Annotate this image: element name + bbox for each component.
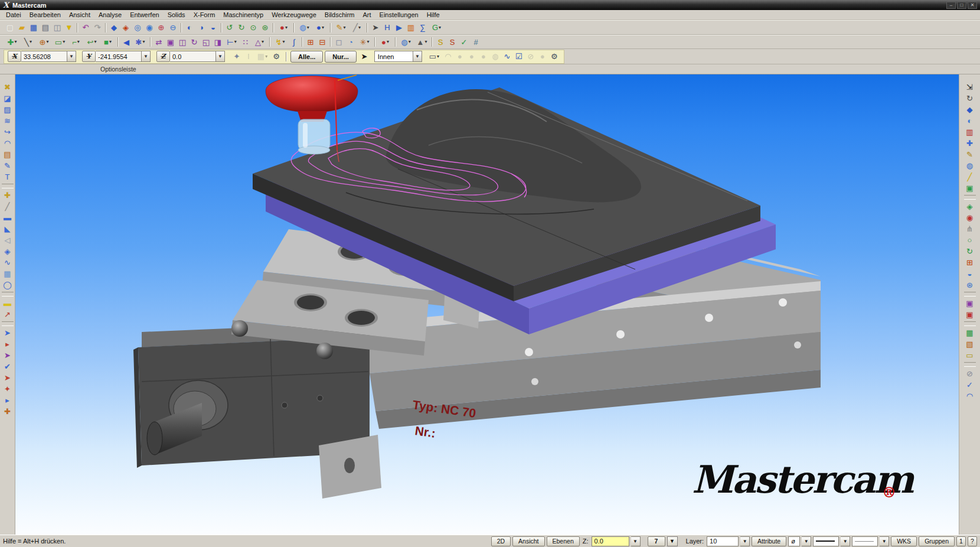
pencil-icon[interactable]: ╱▾ <box>349 22 365 33</box>
close-button[interactable]: ✕ <box>968 2 977 9</box>
attributes-button[interactable]: Attribute <box>752 536 786 546</box>
create-chamfer-icon[interactable]: ↩▾ <box>84 37 100 48</box>
tool-settings-icon[interactable]: ◉ <box>963 212 976 223</box>
menu-analyse[interactable]: Analyse <box>94 11 126 19</box>
curve-flow-icon[interactable]: ∫ <box>288 37 300 48</box>
dropdown-arrow-icon[interactable]: ▾ <box>30 40 32 44</box>
stock-bar-icon[interactable]: ▭ <box>963 350 976 361</box>
file-merge-icon[interactable]: ▼ <box>63 22 75 33</box>
open-file-icon[interactable]: ▰ <box>16 22 28 33</box>
depth-lock-icon[interactable]: Ι <box>243 51 254 62</box>
dropdown-arrow-icon[interactable]: ▾ <box>322 25 324 30</box>
select-window-icon[interactable]: ▭▾ <box>426 51 442 62</box>
dropdown-arrow-icon[interactable]: ▾ <box>367 40 369 44</box>
block-tool-icon[interactable]: ◈ <box>1 246 14 257</box>
operations-icon[interactable]: ▲▾ <box>414 37 430 48</box>
new-file-icon[interactable]: ▢ <box>4 22 16 33</box>
menu-maschinentyp[interactable]: Maschinentyp <box>219 11 267 19</box>
dropdown-arrow-icon[interactable]: ▾ <box>437 54 439 59</box>
plane-3d-icon[interactable]: ◠ <box>1 138 14 149</box>
menu-entwerfen[interactable]: Entwerfen <box>126 11 164 19</box>
xform-offset-icon[interactable]: ◨ <box>212 37 224 48</box>
xform-trim-icon[interactable]: ⊢▾ <box>224 37 240 48</box>
shade-sphere-icon[interactable]: ◒ <box>963 268 976 279</box>
selection-mode-select[interactable]: Innen ▼ <box>374 51 422 62</box>
dropdown-arrow-icon[interactable]: ▾ <box>285 25 288 30</box>
dropdown-arrow-icon[interactable]: ▾ <box>409 40 411 44</box>
status-counter-1[interactable]: 1 <box>956 536 966 546</box>
curve-tool-2-icon[interactable]: ▸ <box>1 338 14 350</box>
line-tool-icon[interactable]: ▬ <box>1 212 14 223</box>
create-rectangle-icon[interactable]: ▭▾ <box>52 37 68 48</box>
color-dropdown[interactable]: ▼ <box>667 536 678 546</box>
z-depth-input[interactable]: 0.0 <box>592 536 629 546</box>
dynamic-pan-icon[interactable]: ◑ <box>195 22 207 33</box>
dropdown-arrow-icon[interactable]: ▾ <box>46 40 48 44</box>
print-preview-icon[interactable]: ◫ <box>51 22 63 33</box>
dynamic-zoom-icon[interactable]: ◒ <box>207 22 219 33</box>
create-point-icon[interactable]: ✚▾ <box>4 37 20 48</box>
dropdown-arrow-icon[interactable]: ▾ <box>262 40 264 44</box>
triangle-tool-icon[interactable]: ◣ <box>1 223 14 235</box>
view-top-icon[interactable]: ⊙ <box>247 22 259 33</box>
grid-toggle-icon[interactable]: ▦▾ <box>254 51 270 62</box>
verify-check-icon[interactable]: ✓ <box>458 37 470 48</box>
dropdown-arrow-icon[interactable]: ▾ <box>343 25 345 30</box>
wcs-view-icon[interactable]: ▤ <box>1 149 14 160</box>
planes-button[interactable]: Ebenen <box>547 536 580 546</box>
surface-page-icon[interactable]: ◻ <box>333 37 345 48</box>
dropdown-arrow-icon[interactable]: ▾ <box>63 40 65 44</box>
menu-art[interactable]: Art <box>359 11 375 19</box>
dropdown-arrow-icon[interactable]: ▾ <box>234 40 237 44</box>
validate-selection-icon[interactable]: ☑ <box>513 51 525 62</box>
machine-group-icon[interactable]: ◈ <box>963 201 976 212</box>
menu-hilfe[interactable]: Hilfe <box>423 11 444 19</box>
select-polygon-icon[interactable]: ● <box>454 51 466 62</box>
chook-icon[interactable]: ↯▾ <box>272 37 288 48</box>
maximize-button[interactable]: □ <box>957 2 966 9</box>
loop-icon[interactable]: ○ <box>963 235 976 246</box>
selection-help-icon[interactable]: ⚙ <box>548 51 560 62</box>
shading-off-icon[interactable]: ●▾ <box>276 22 292 33</box>
wrench-icon[interactable]: ⋔ <box>963 223 976 235</box>
select-last-icon[interactable]: ◀ <box>120 37 132 48</box>
disk-globe-icon[interactable]: ⊛ <box>963 279 976 291</box>
fastpoint-icon[interactable]: ✦ <box>231 51 243 62</box>
gview-button[interactable]: Ansicht <box>512 536 544 546</box>
select-none-icon[interactable]: ⊘ <box>525 51 537 62</box>
curve-tool-6-icon[interactable]: ✦ <box>1 383 14 395</box>
menu-bearbeiten[interactable]: Bearbeiten <box>25 11 65 19</box>
menu-datei[interactable]: Datei <box>2 11 25 19</box>
gview-side-icon[interactable]: ▨ <box>1 104 14 115</box>
analyze-dynamic-icon[interactable]: ▶ <box>393 22 405 33</box>
undo-icon[interactable]: ↶ <box>80 22 92 33</box>
dropdown-arrow-icon[interactable]: ▾ <box>109 40 112 44</box>
view-isometric-icon[interactable]: ↺ <box>224 22 236 33</box>
stock-display-icon[interactable]: ●▾ <box>377 37 393 48</box>
xform-array-icon[interactable]: ∷ <box>240 37 251 48</box>
y-dropdown-arrow[interactable]: ▼ <box>142 51 151 62</box>
rotate-view-icon[interactable]: ↻ <box>963 93 976 104</box>
analyze-side-icon[interactable]: ✚ <box>963 138 976 149</box>
curve-tool-4-icon[interactable]: ✔ <box>1 361 14 372</box>
menu-ansicht[interactable]: Ansicht <box>65 11 94 19</box>
dropdown-arrow-icon[interactable]: ▾ <box>439 25 441 30</box>
curve-tool-8-icon[interactable]: ✚ <box>1 406 14 417</box>
view-front-icon[interactable]: ↻ <box>236 22 247 33</box>
mark-tool-icon[interactable]: ↗ <box>1 309 14 320</box>
create-arc-icon[interactable]: ⊕▾ <box>36 37 52 48</box>
zoom-window-icon[interactable]: ◎ <box>132 22 143 33</box>
layer-input[interactable]: 10 <box>707 536 739 546</box>
menu-werkzeugwege[interactable]: Werkzeugwege <box>267 11 321 19</box>
select-intersect-icon[interactable]: ● <box>478 51 489 62</box>
zoom-in-icon[interactable]: ⊕ <box>155 22 167 33</box>
select-in-icon[interactable]: ◍ <box>489 51 501 62</box>
plane-select-icon[interactable]: ↪ <box>1 126 14 138</box>
dropdown-arrow-icon[interactable]: ▾ <box>307 25 309 30</box>
analyze-area-icon[interactable]: ▥ <box>405 22 417 33</box>
zoom-out-icon[interactable]: ⊖ <box>167 22 179 33</box>
notes-icon[interactable]: ✎ <box>963 149 976 160</box>
quick-mask-icon[interactable]: ✱▾ <box>132 37 148 48</box>
eraser-tool-icon[interactable]: ▬ <box>1 298 14 309</box>
text-tool-icon[interactable]: T <box>1 171 14 183</box>
